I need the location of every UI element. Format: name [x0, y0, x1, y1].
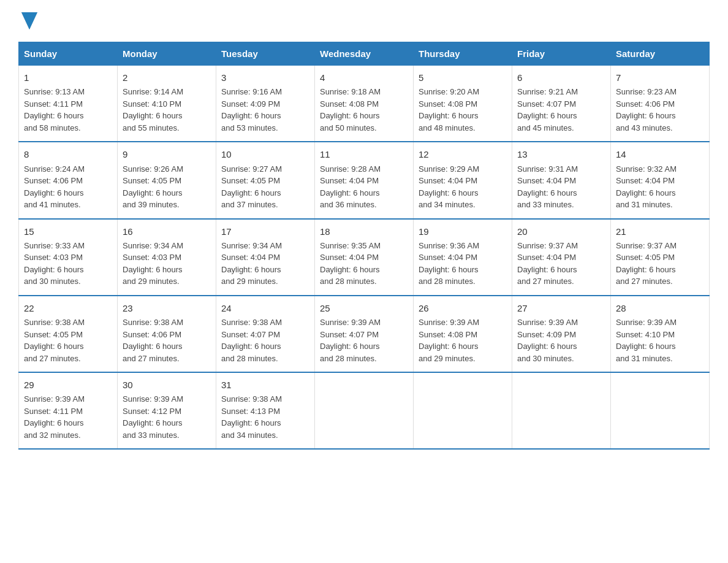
col-header-tuesday: Tuesday — [216, 42, 315, 66]
day-number: 29 — [24, 378, 112, 392]
day-number: 13 — [517, 147, 605, 161]
calendar-week-row: 15 Sunrise: 9:33 AMSunset: 4:03 PMDaylig… — [19, 219, 710, 296]
day-info: Sunrise: 9:35 AMSunset: 4:04 PMDaylight:… — [320, 240, 408, 288]
calendar-cell: 26 Sunrise: 9:39 AMSunset: 4:08 PMDaylig… — [414, 296, 512, 372]
day-info: Sunrise: 9:39 AMSunset: 4:08 PMDaylight:… — [419, 316, 507, 364]
day-info: Sunrise: 9:34 AMSunset: 4:04 PMDaylight:… — [221, 240, 309, 288]
day-info: Sunrise: 9:38 AMSunset: 4:13 PMDaylight:… — [221, 393, 309, 441]
calendar-cell: 12 Sunrise: 9:29 AMSunset: 4:04 PMDaylig… — [414, 142, 512, 218]
calendar-week-row: 22 Sunrise: 9:38 AMSunset: 4:05 PMDaylig… — [19, 296, 710, 372]
calendar-cell: 8 Sunrise: 9:24 AMSunset: 4:06 PMDayligh… — [19, 142, 118, 218]
calendar-week-row: 1 Sunrise: 9:13 AMSunset: 4:11 PMDayligh… — [19, 66, 710, 142]
calendar-cell: 31 Sunrise: 9:38 AMSunset: 4:13 PMDaylig… — [216, 372, 315, 449]
calendar-cell: 27 Sunrise: 9:39 AMSunset: 4:09 PMDaylig… — [512, 296, 611, 372]
day-info: Sunrise: 9:21 AMSunset: 4:07 PMDaylight:… — [517, 86, 605, 134]
day-number: 22 — [24, 301, 112, 315]
day-info: Sunrise: 9:39 AMSunset: 4:09 PMDaylight:… — [517, 316, 605, 364]
day-number: 7 — [616, 71, 704, 85]
calendar-cell: 23 Sunrise: 9:38 AMSunset: 4:06 PMDaylig… — [118, 296, 216, 372]
day-info: Sunrise: 9:39 AMSunset: 4:10 PMDaylight:… — [616, 316, 704, 364]
day-info: Sunrise: 9:13 AMSunset: 4:11 PMDaylight:… — [24, 86, 112, 134]
day-number: 11 — [320, 147, 408, 161]
col-header-sunday: Sunday — [19, 42, 118, 66]
day-number: 15 — [24, 224, 112, 239]
day-info: Sunrise: 9:26 AMSunset: 4:05 PMDaylight:… — [123, 163, 211, 211]
day-number: 5 — [419, 71, 507, 85]
day-info: Sunrise: 9:16 AMSunset: 4:09 PMDaylight:… — [221, 86, 309, 134]
day-number: 16 — [123, 224, 211, 239]
calendar-cell: 21 Sunrise: 9:37 AMSunset: 4:05 PMDaylig… — [611, 219, 710, 296]
day-number: 18 — [320, 224, 408, 239]
calendar-header-row: SundayMondayTuesdayWednesdayThursdayFrid… — [19, 42, 710, 66]
calendar-cell: 9 Sunrise: 9:26 AMSunset: 4:05 PMDayligh… — [118, 142, 216, 218]
calendar-week-row: 29 Sunrise: 9:39 AMSunset: 4:11 PMDaylig… — [19, 372, 710, 449]
day-number: 2 — [123, 71, 211, 85]
day-number: 19 — [419, 224, 507, 239]
calendar-cell: 15 Sunrise: 9:33 AMSunset: 4:03 PMDaylig… — [19, 219, 118, 296]
day-info: Sunrise: 9:23 AMSunset: 4:06 PMDaylight:… — [616, 86, 704, 134]
calendar-cell: 19 Sunrise: 9:36 AMSunset: 4:04 PMDaylig… — [414, 219, 512, 296]
day-number: 25 — [320, 301, 408, 315]
calendar-cell: 7 Sunrise: 9:23 AMSunset: 4:06 PMDayligh… — [611, 66, 710, 142]
day-info: Sunrise: 9:33 AMSunset: 4:03 PMDaylight:… — [24, 240, 112, 288]
day-number: 10 — [221, 147, 309, 161]
calendar-cell: 5 Sunrise: 9:20 AMSunset: 4:08 PMDayligh… — [414, 66, 512, 142]
day-number: 8 — [24, 147, 112, 161]
day-number: 14 — [616, 147, 704, 161]
calendar-cell: 24 Sunrise: 9:38 AMSunset: 4:07 PMDaylig… — [216, 296, 315, 372]
calendar-cell — [414, 372, 512, 449]
day-number: 30 — [123, 378, 211, 392]
day-info: Sunrise: 9:27 AMSunset: 4:05 PMDaylight:… — [221, 163, 309, 211]
calendar-cell — [315, 372, 414, 449]
day-number: 26 — [419, 301, 507, 315]
day-info: Sunrise: 9:14 AMSunset: 4:10 PMDaylight:… — [123, 86, 211, 134]
day-info: Sunrise: 9:29 AMSunset: 4:04 PMDaylight:… — [419, 163, 507, 211]
calendar-cell: 2 Sunrise: 9:14 AMSunset: 4:10 PMDayligh… — [118, 66, 216, 142]
day-info: Sunrise: 9:38 AMSunset: 4:05 PMDaylight:… — [24, 316, 112, 364]
logo — [18, 12, 37, 29]
day-info: Sunrise: 9:18 AMSunset: 4:08 PMDaylight:… — [320, 86, 408, 134]
svg-marker-1 — [21, 12, 37, 29]
col-header-friday: Friday — [512, 42, 611, 66]
day-number: 28 — [616, 301, 704, 315]
calendar-cell: 20 Sunrise: 9:37 AMSunset: 4:04 PMDaylig… — [512, 219, 611, 296]
day-info: Sunrise: 9:38 AMSunset: 4:06 PMDaylight:… — [123, 316, 211, 364]
col-header-monday: Monday — [118, 42, 216, 66]
day-number: 21 — [616, 224, 704, 239]
day-number: 27 — [517, 301, 605, 315]
day-info: Sunrise: 9:24 AMSunset: 4:06 PMDaylight:… — [24, 163, 112, 211]
calendar-cell: 28 Sunrise: 9:39 AMSunset: 4:10 PMDaylig… — [611, 296, 710, 372]
day-number: 24 — [221, 301, 309, 315]
calendar-cell: 13 Sunrise: 9:31 AMSunset: 4:04 PMDaylig… — [512, 142, 611, 218]
day-number: 12 — [419, 147, 507, 161]
day-info: Sunrise: 9:38 AMSunset: 4:07 PMDaylight:… — [221, 316, 309, 364]
calendar-week-row: 8 Sunrise: 9:24 AMSunset: 4:06 PMDayligh… — [19, 142, 710, 218]
day-info: Sunrise: 9:31 AMSunset: 4:04 PMDaylight:… — [517, 163, 605, 211]
page-header — [18, 12, 710, 29]
day-number: 9 — [123, 147, 211, 161]
day-info: Sunrise: 9:32 AMSunset: 4:04 PMDaylight:… — [616, 163, 704, 211]
day-number: 23 — [123, 301, 211, 315]
day-info: Sunrise: 9:37 AMSunset: 4:04 PMDaylight:… — [517, 240, 605, 288]
calendar-cell: 18 Sunrise: 9:35 AMSunset: 4:04 PMDaylig… — [315, 219, 414, 296]
calendar-cell: 25 Sunrise: 9:39 AMSunset: 4:07 PMDaylig… — [315, 296, 414, 372]
calendar-cell: 4 Sunrise: 9:18 AMSunset: 4:08 PMDayligh… — [315, 66, 414, 142]
calendar-table: SundayMondayTuesdayWednesdayThursdayFrid… — [18, 42, 710, 450]
calendar-cell: 1 Sunrise: 9:13 AMSunset: 4:11 PMDayligh… — [19, 66, 118, 142]
day-number: 31 — [221, 378, 309, 392]
calendar-cell — [512, 372, 611, 449]
calendar-cell: 22 Sunrise: 9:38 AMSunset: 4:05 PMDaylig… — [19, 296, 118, 372]
col-header-saturday: Saturday — [611, 42, 710, 66]
day-info: Sunrise: 9:39 AMSunset: 4:12 PMDaylight:… — [123, 393, 211, 441]
day-info: Sunrise: 9:39 AMSunset: 4:07 PMDaylight:… — [320, 316, 408, 364]
calendar-cell — [611, 372, 710, 449]
day-info: Sunrise: 9:37 AMSunset: 4:05 PMDaylight:… — [616, 240, 704, 288]
day-info: Sunrise: 9:28 AMSunset: 4:04 PMDaylight:… — [320, 163, 408, 211]
day-number: 3 — [221, 71, 309, 85]
day-number: 4 — [320, 71, 408, 85]
calendar-cell: 29 Sunrise: 9:39 AMSunset: 4:11 PMDaylig… — [19, 372, 118, 449]
day-info: Sunrise: 9:34 AMSunset: 4:03 PMDaylight:… — [123, 240, 211, 288]
day-number: 20 — [517, 224, 605, 239]
calendar-cell: 17 Sunrise: 9:34 AMSunset: 4:04 PMDaylig… — [216, 219, 315, 296]
col-header-thursday: Thursday — [414, 42, 512, 66]
